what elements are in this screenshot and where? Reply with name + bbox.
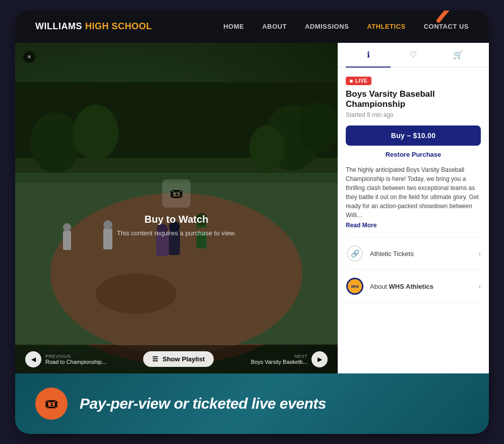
banner-ticket-icon: 🎟: [35, 388, 68, 420]
buy-title: Buy to Watch: [117, 214, 236, 225]
nav-link-home[interactable]: HOME: [223, 23, 244, 30]
whs-badge-icon: WHS: [346, 277, 364, 295]
prev-label: PREVIOUS Road to Championship...: [45, 354, 106, 365]
next-button[interactable]: NEXT Boys Varsity Basketb... ▶: [251, 351, 328, 367]
show-playlist-wrapper: ☰ Show Playlist: [114, 351, 243, 367]
close-button[interactable]: ×: [23, 51, 35, 63]
tab-cart[interactable]: 🛒: [436, 43, 481, 68]
banner-text: Pay-per-view or ticketed live events: [80, 395, 326, 412]
athletic-tickets-label: Athletic Tickets: [370, 250, 478, 258]
panel-content: LIVE Boys Varsity Baseball Championship …: [338, 68, 489, 373]
nav-links: HOME ABOUT ADMISSIONS ATHLETICS CONTACT …: [223, 23, 469, 30]
whs-athletics-label: About WHS Athletics: [370, 283, 478, 290]
main-content: × 🎟 Buy to Watch This content requires a…: [15, 43, 489, 373]
nav-logo: WILLIAMS HIGH SCHOOL: [35, 21, 152, 32]
tab-info[interactable]: ℹ: [346, 43, 391, 68]
show-playlist-button[interactable]: ☰ Show Playlist: [143, 351, 214, 367]
event-time: Started 8 min ago: [346, 111, 481, 118]
tab-bookmark[interactable]: ♡: [391, 43, 435, 68]
restore-purchase-link[interactable]: Restore Purchase: [346, 151, 481, 158]
buy-button[interactable]: Buy – $10.00: [346, 125, 481, 146]
live-dot: [350, 80, 353, 83]
live-badge: LIVE: [346, 77, 371, 85]
info-panel: ℹ ♡ 🛒 LIVE Boys Varsity Baseball Champio…: [338, 43, 489, 373]
video-area: × 🎟 Buy to Watch This content requires a…: [15, 43, 338, 373]
event-description: The highly anticipated Boys Varsity Base…: [346, 165, 481, 220]
nav-link-athletics[interactable]: ATHLETICS: [367, 23, 405, 30]
event-title: Boys Varsity Baseball Championship: [346, 89, 481, 109]
bottom-banner: 🎟 Pay-per-view or ticketed live events: [15, 373, 489, 434]
next-arrow-icon[interactable]: ▶: [311, 351, 328, 367]
playlist-label: Show Playlist: [162, 355, 205, 363]
ticket-icon-large: 🎟: [162, 179, 191, 208]
logo-hs: HIGH SCHOOL: [85, 21, 152, 32]
device-frame: WILLIAMS HIGH SCHOOL HOME ABOUT ADMISSIO…: [15, 11, 489, 434]
arrow-annotation: [433, 11, 474, 28]
whs-chevron-right-icon: ›: [478, 282, 481, 290]
prev-button[interactable]: ◀ PREVIOUS Road to Championship...: [25, 351, 106, 367]
info-items-list: 🔗 Athletic Tickets › WHS About WHS Athle…: [346, 237, 481, 303]
playlist-icon: ☰: [152, 355, 158, 363]
video-controls-bar: ◀ PREVIOUS Road to Championship... ☰ Sho…: [15, 345, 338, 373]
nav-link-admissions[interactable]: ADMISSIONS: [305, 23, 349, 30]
whs-athletics-item[interactable]: WHS About WHS Athletics ›: [346, 270, 481, 303]
logo-williams: WILLIAMS: [35, 21, 82, 32]
nav-bar: WILLIAMS HIGH SCHOOL HOME ABOUT ADMISSIO…: [15, 11, 489, 43]
prev-arrow-icon[interactable]: ◀: [25, 351, 41, 367]
nav-link-about[interactable]: ABOUT: [262, 23, 287, 30]
read-more-link[interactable]: Read More: [346, 222, 481, 229]
buy-overlay: 🎟 Buy to Watch This content requires a p…: [117, 179, 236, 237]
tab-bar: ℹ ♡ 🛒: [338, 43, 489, 68]
chain-link-icon: 🔗: [347, 245, 363, 262]
next-label: NEXT Boys Varsity Basketb...: [251, 354, 307, 365]
buy-subtitle: This content requires a purchase to view…: [117, 229, 236, 237]
chevron-right-icon: ›: [478, 249, 481, 258]
link-icon: 🔗: [346, 244, 364, 263]
athletic-tickets-item[interactable]: 🔗 Athletic Tickets ›: [346, 237, 481, 270]
